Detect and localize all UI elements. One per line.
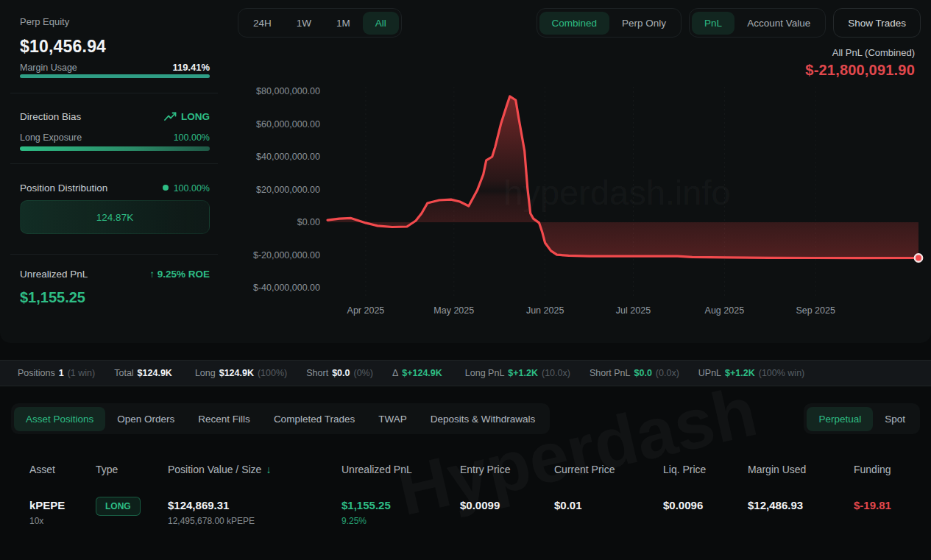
col-position-value[interactable]: Position Value / Size↓: [168, 464, 341, 475]
sort-desc-icon: ↓: [266, 464, 271, 475]
y-axis-label: $20,000,000.00: [256, 185, 320, 195]
show-trades-button[interactable]: Show Trades: [833, 8, 921, 38]
col-funding[interactable]: Funding: [854, 464, 931, 475]
overview-panel: Perp Equity $10,456.94 Margin Usage 119.…: [0, 0, 931, 343]
summary-extra: (0.0x): [656, 368, 679, 378]
tab-perpetual[interactable]: Perpetual: [807, 407, 873, 431]
summary-label: Long PnL: [465, 368, 505, 378]
summary-extra: (10.0x): [542, 368, 570, 378]
summary-extra: (100% win): [759, 368, 805, 378]
row-roe: 9.25%: [341, 516, 460, 526]
col-unrealized-pnl[interactable]: Unrealized PnL: [341, 464, 460, 475]
all-pnl-label: All PnL (Combined): [805, 47, 915, 58]
range-all-button[interactable]: All: [363, 12, 399, 35]
summary-value: $124.9K: [138, 368, 172, 378]
position-distribution-size: 124.87K: [96, 212, 133, 223]
row-current-price: $0.01: [554, 499, 663, 511]
perp-equity-label: Perp Equity: [20, 16, 69, 27]
summary-value: 1: [59, 368, 64, 378]
col-type[interactable]: Type: [96, 464, 168, 475]
summary-label: Short PnL: [590, 368, 631, 378]
metric-group: PnL Account Value: [689, 8, 826, 38]
col-liq-price[interactable]: Liq. Price: [663, 464, 748, 475]
pnl-chart[interactable]: hyperdash.info$80,000,000.00$60,000,000.…: [243, 74, 931, 333]
mode-combined-button[interactable]: Combined: [539, 12, 610, 35]
divider: [10, 163, 218, 164]
y-axis-label: $-40,000,000.00: [253, 283, 320, 293]
tab-asset-positions[interactable]: Asset Positions: [14, 407, 105, 431]
summary-value: $+1.2K: [725, 368, 755, 378]
tab-deposits-withdrawals[interactable]: Deposits & Withdrawals: [419, 407, 548, 431]
market-type-tabs: Perpetual Spot: [804, 403, 920, 434]
long-badge: LONG: [96, 497, 141, 516]
chart-watermark: hyperdash.info: [503, 173, 730, 212]
margin-usage-label: Margin Usage: [20, 63, 77, 73]
positions-summary-strip: Positions1(1 win) Total$124.9K Long$124.…: [0, 360, 931, 386]
green-dot-icon: [163, 185, 169, 191]
mode-perp-only-button[interactable]: Perp Only: [609, 12, 679, 35]
position-distribution-pct: 100.00%: [174, 183, 210, 194]
range-24h-button[interactable]: 24H: [241, 12, 284, 35]
row-liq-price: $0.0096: [663, 499, 748, 511]
metric-account-value-button[interactable]: Account Value: [734, 12, 823, 35]
summary-label: Total: [114, 368, 133, 378]
table-header-row: Asset Type Position Value / Size↓ Unreal…: [0, 464, 931, 475]
summary-label: Short: [306, 368, 328, 378]
divider: [10, 254, 218, 255]
position-distribution-label: Position Distribution: [20, 182, 107, 194]
asset-name: kPEPE: [29, 499, 96, 511]
x-axis-label: May 2025: [433, 305, 474, 316]
tables-section: Hyperdash Asset Positions Open Orders Re…: [0, 397, 931, 560]
summary-label: Δ: [392, 368, 398, 378]
x-axis-label: Aug 2025: [705, 305, 745, 316]
tab-recent-fills[interactable]: Recent Fills: [186, 407, 262, 431]
summary-label: UPnL: [698, 368, 721, 378]
y-axis-label: $40,000,000.00: [256, 152, 320, 162]
col-margin-used[interactable]: Margin Used: [748, 464, 854, 475]
last-point-dot: [915, 254, 922, 261]
margin-usage-value: 119.41%: [172, 62, 210, 73]
up-arrow-icon: ↑: [149, 269, 157, 280]
tab-twap[interactable]: TWAP: [367, 407, 419, 431]
col-asset[interactable]: Asset: [29, 464, 96, 475]
tab-spot[interactable]: Spot: [873, 407, 917, 431]
asset-leverage: 10x: [29, 516, 96, 526]
y-axis-label: $80,000,000.00: [256, 86, 320, 96]
tab-completed-trades[interactable]: Completed Trades: [262, 407, 367, 431]
row-unrealized-pnl: $1,155.25: [341, 499, 460, 511]
summary-value: $124.9K: [219, 368, 254, 378]
position-size: 12,495,678.00 kPEPE: [168, 516, 341, 526]
tab-open-orders[interactable]: Open Orders: [105, 407, 186, 431]
unrealized-pnl-value: $1,155.25: [20, 289, 85, 306]
range-1m-button[interactable]: 1M: [324, 12, 363, 35]
position-value: $124,869.31: [168, 499, 341, 511]
margin-usage-bar: [20, 74, 210, 78]
direction-bias-value: LONG: [181, 111, 210, 122]
summary-label: Positions: [18, 368, 55, 378]
summary-value: $+1.2K: [508, 368, 538, 378]
summary-value: $+124.9K: [402, 368, 442, 378]
x-axis-label: Jul 2025: [616, 305, 651, 316]
position-distribution-box[interactable]: 124.87K: [20, 200, 210, 234]
long-exposure-bar: [20, 146, 210, 151]
unrealized-roe: 9.25% ROE: [157, 269, 210, 280]
range-1w-button[interactable]: 1W: [284, 12, 324, 35]
time-range-group: 24H 1W 1M All: [238, 8, 402, 38]
summary-value: $0.0: [332, 368, 350, 378]
row-margin-used: $12,486.93: [748, 499, 854, 511]
summary-label: Long: [195, 368, 216, 378]
col-current-price[interactable]: Current Price: [554, 464, 663, 475]
trending-up-icon: [164, 112, 177, 121]
metric-pnl-button[interactable]: PnL: [692, 12, 734, 35]
x-axis-label: Jun 2025: [526, 305, 564, 316]
position-row-kpepe[interactable]: kPEPE 10x LONG $124,869.31 12,495,678.00…: [0, 499, 931, 526]
summary-extra: (100%): [258, 368, 287, 378]
row-funding: $-19.81: [854, 499, 931, 511]
table-tabs: Asset Positions Open Orders Recent Fills…: [11, 403, 550, 434]
col-entry-price[interactable]: Entry Price: [460, 464, 554, 475]
divider: [10, 93, 218, 93]
row-entry-price: $0.0099: [460, 499, 554, 511]
chart-options-cluster: Combined Perp Only PnL Account Value Sho…: [537, 8, 921, 38]
summary-extra: (0%): [353, 368, 372, 378]
summary-extra: (1 win): [68, 368, 96, 378]
